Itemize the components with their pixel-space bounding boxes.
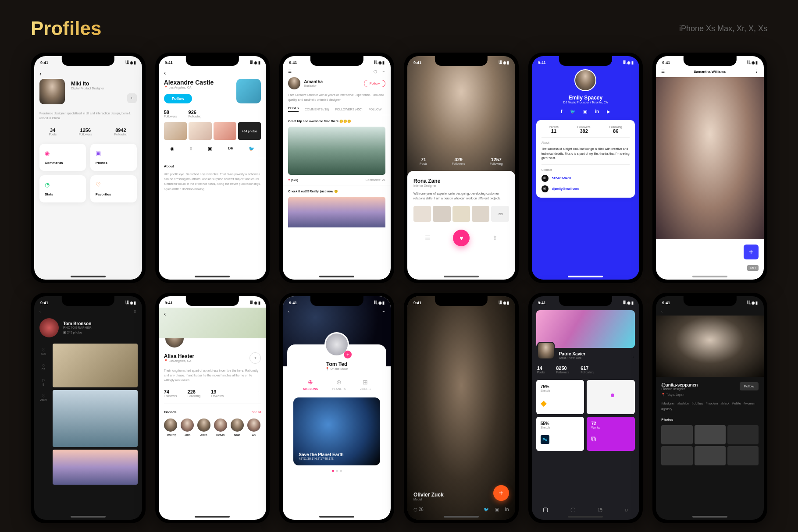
avatar[interactable] — [236, 79, 261, 103]
stat-following[interactable]: 8942Following — [114, 128, 128, 136]
share-icon[interactable]: ⇪ — [492, 234, 498, 241]
tag[interactable]: #women — [744, 402, 755, 405]
card-favorites[interactable]: ♡Favorites — [90, 175, 137, 202]
photo-thumb[interactable] — [164, 122, 187, 140]
comment-count[interactable]: ◌ 26 — [413, 507, 424, 512]
post-image[interactable] — [288, 197, 385, 227]
back-icon[interactable]: ‹ — [39, 70, 42, 77]
comments[interactable]: Comments: 21 — [365, 178, 385, 181]
stat-parties[interactable]: Parties11 — [549, 125, 559, 134]
instagram-icon[interactable]: ▣ — [495, 507, 499, 512]
tile-map[interactable] — [587, 380, 635, 414]
like-button[interactable]: ♥ — [453, 230, 470, 246]
stat-followers[interactable]: 429Followers — [452, 157, 465, 165]
linkedin-icon[interactable]: in — [505, 507, 509, 512]
photo-thumb[interactable] — [695, 446, 726, 465]
tag[interactable]: #clothes — [692, 402, 703, 405]
tab-following[interactable]: FOLLOW — [369, 108, 382, 111]
tab-posts[interactable]: POSTS — [288, 106, 299, 112]
contact-phone[interactable]: ✆512-637-9400 — [542, 175, 630, 182]
stat-favorites[interactable]: 19Favorites — [211, 389, 224, 397]
follow-button[interactable]: Follow — [740, 382, 759, 390]
cover-photo[interactable] — [656, 77, 764, 239]
stat-followers[interactable]: 74Followers — [164, 389, 177, 397]
contact-email[interactable]: ✉djemily@mail.com — [542, 185, 630, 192]
tab-missions[interactable]: ⊕MISSIONS — [303, 379, 318, 390]
stat-followers[interactable]: Followers382 — [577, 125, 591, 134]
tab-planets[interactable]: ⊛PLANETS — [332, 379, 346, 390]
nav-chat-icon[interactable]: ◌ — [570, 506, 575, 513]
photo-thumb[interactable] — [695, 425, 726, 444]
photo-thumb[interactable] — [661, 446, 692, 465]
stat-posts[interactable]: 34Posts — [49, 128, 57, 136]
add-button[interactable]: + — [493, 485, 509, 501]
back-icon[interactable]: ‹ — [164, 69, 166, 76]
tag[interactable]: #modern — [706, 402, 718, 405]
see-all-link[interactable]: See all — [252, 411, 261, 414]
photo[interactable] — [53, 450, 138, 485]
stat-followers[interactable]: 58Followers — [164, 110, 177, 118]
tile-works[interactable]: 72Works⧉ — [587, 417, 635, 451]
card-comments[interactable]: ◉Comments — [39, 144, 86, 171]
photo-thumb[interactable] — [413, 206, 431, 222]
friend-item[interactable]: Timothy — [164, 419, 177, 436]
more-icon[interactable]: ⋯ — [381, 69, 385, 74]
avatar[interactable] — [288, 77, 300, 89]
tab-comments[interactable]: COMMENTS (18) — [305, 108, 329, 111]
photo-thumb[interactable] — [214, 122, 236, 140]
avatar[interactable] — [574, 69, 596, 91]
stat-followers[interactable]: 8250Followers — [556, 365, 569, 374]
back-icon[interactable]: ‹ — [288, 309, 289, 314]
stat-following[interactable]: 226Following — [188, 389, 201, 397]
avatar[interactable] — [39, 79, 65, 104]
facebook-icon[interactable]: f — [561, 109, 562, 114]
linkedin-icon[interactable]: in — [595, 109, 599, 114]
add-button[interactable]: + — [127, 93, 137, 103]
tile-sketch[interactable]: 75%Sketch◆ — [536, 380, 584, 414]
friend-item[interactable]: Lana — [181, 419, 194, 436]
photo-thumb[interactable] — [189, 122, 211, 140]
add-button[interactable]: + — [744, 245, 759, 259]
like-count[interactable]: ⚐9 — [42, 379, 45, 386]
friend-item[interactable]: Nala — [231, 419, 244, 436]
more-icon[interactable]: ⋮ — [234, 391, 261, 395]
avatar[interactable] — [39, 318, 59, 337]
following-count[interactable]: 568 — [661, 263, 673, 268]
instagram-icon[interactable]: ▣ — [583, 109, 587, 114]
like-count[interactable]: ♡425 — [41, 348, 46, 355]
avatar[interactable] — [537, 342, 555, 359]
follow-button[interactable]: Follow — [364, 80, 385, 87]
twitter-icon[interactable]: 🐦 — [249, 146, 255, 152]
stat-following[interactable]: 1257Following — [490, 157, 503, 165]
back-icon[interactable]: ‹ — [39, 309, 41, 314]
stat-following[interactable]: 926Following — [189, 110, 202, 118]
tag[interactable]: #designer — [661, 402, 675, 405]
add-icon[interactable]: + — [632, 355, 634, 359]
more-photos[interactable]: +59 — [491, 206, 509, 222]
tab-followers[interactable]: FOLLOWERS (450) — [335, 108, 362, 111]
followers-count[interactable]: 7193 — [661, 252, 673, 256]
stat-followers[interactable]: 1256Followers — [79, 128, 92, 136]
card-stats[interactable]: ◔Stats — [39, 175, 86, 202]
share-icon[interactable]: ⇪ — [133, 309, 137, 314]
facebook-icon[interactable]: f — [190, 146, 192, 152]
tile-ps[interactable]: 55%SketchPs — [536, 417, 584, 451]
nav-search-icon[interactable]: ⌕ — [625, 506, 628, 513]
friend-item[interactable]: An — [247, 419, 260, 436]
tag[interactable]: #gallery — [661, 408, 672, 411]
like-count[interactable]: ♡2489 — [40, 394, 47, 401]
photo-thumb[interactable] — [433, 206, 450, 222]
menu-icon[interactable]: ☰ — [661, 69, 665, 74]
twitter-icon[interactable]: 🐦 — [570, 109, 575, 114]
list-icon[interactable]: ☰ — [425, 234, 431, 241]
tag[interactable]: #black — [720, 402, 729, 405]
card-photos[interactable]: ▣Photos — [90, 144, 137, 171]
youtube-icon[interactable]: ▶ — [607, 109, 610, 114]
like-count[interactable]: ♡67 — [42, 363, 45, 371]
menu-icon[interactable]: ☰ — [288, 69, 292, 74]
follow-button[interactable]: Follow — [164, 94, 192, 103]
photo-thumb[interactable] — [661, 425, 692, 444]
stat-posts[interactable]: 71Posts — [420, 157, 428, 165]
friend-item[interactable]: Kelvin — [214, 419, 227, 436]
likes[interactable]: ♥ (576) — [288, 178, 298, 181]
